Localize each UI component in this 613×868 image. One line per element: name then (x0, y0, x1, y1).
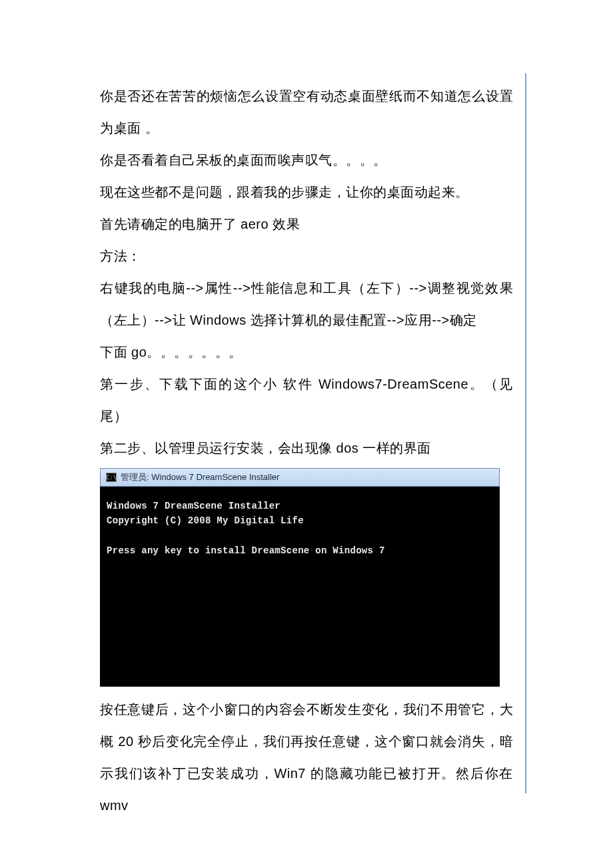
paragraph-intro-3: 现在这些都不是问题，跟着我的步骤走，让你的桌面动起来。 (100, 176, 513, 208)
cmd-titlebar: C:\ 管理员: Windows 7 DreamScene Installer (100, 468, 500, 487)
cmd-line-blank (107, 529, 493, 543)
paragraph-intro-2: 你是否看着自己呆板的桌面而唉声叹气。。。。 (100, 144, 513, 176)
cmd-line-2: Copyright (C) 2008 My Digital Life (107, 513, 493, 528)
cmd-window-screenshot: C:\ 管理员: Windows 7 DreamScene Installer … (100, 468, 500, 687)
paragraph-method-label: 方法： (100, 240, 513, 272)
cmd-line-3: Press any key to install DreamScene on W… (107, 543, 493, 558)
cmd-line-1: Windows 7 DreamScene Installer (107, 499, 493, 513)
cmd-icon: C:\ (106, 473, 117, 482)
cmd-body: Windows 7 DreamScene Installer Copyright… (100, 487, 500, 687)
cmd-title-text: 管理员: Windows 7 DreamScene Installer (121, 471, 279, 483)
paragraph-go: 下面 go。。。。。。。 (100, 336, 513, 368)
paragraph-aero: 首先请确定的电脑开了 aero 效果 (100, 208, 513, 240)
paragraph-method-steps: 右键我的电脑-->属性-->性能信息和工具（左下）-->调整视觉效果（左上）--… (100, 272, 513, 336)
margin-rule (525, 73, 526, 793)
document-page: 你是否还在苦苦的烦恼怎么设置空有动态桌面壁纸而不知道怎么设置为桌面 。 你是否看… (0, 0, 613, 861)
paragraph-intro-1: 你是否还在苦苦的烦恼怎么设置空有动态桌面壁纸而不知道怎么设置为桌面 。 (100, 80, 513, 144)
paragraph-step-1: 第一步、下载下面的这个小 软件 Windows7-DreamScene。（见尾） (100, 368, 513, 432)
paragraph-step-2: 第二步、以管理员运行安装，会出现像 dos 一样的界面 (100, 432, 513, 464)
paragraph-after-cmd: 按任意键后，这个小窗口的内容会不断发生变化，我们不用管它，大概 20 秒后变化完… (100, 693, 513, 821)
